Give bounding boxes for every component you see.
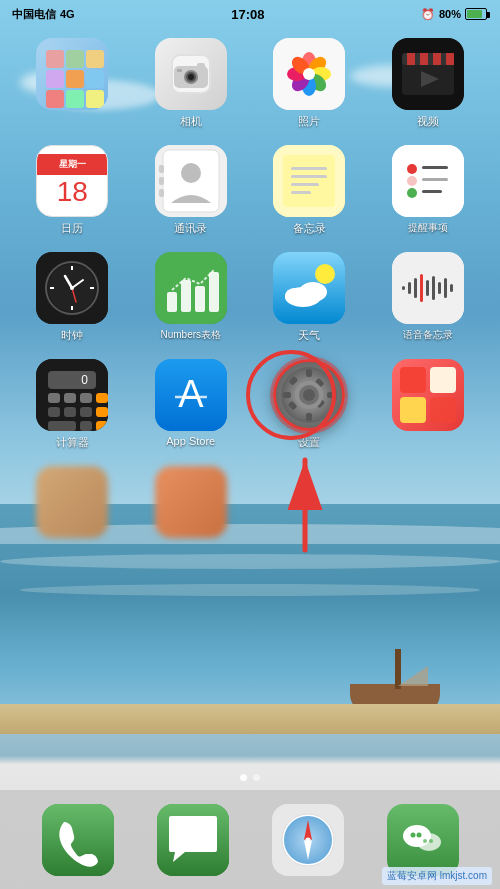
weather-icon [273,252,345,324]
svg-rect-68 [408,282,411,294]
svg-point-104 [303,389,315,401]
svg-rect-24 [446,53,454,65]
app-notes[interactable]: 备忘录 [255,145,364,236]
svg-text:0: 0 [82,373,89,387]
app-settings[interactable]: 设置 [255,359,364,450]
app-calculator-label: 计算器 [56,435,89,450]
svg-rect-35 [291,175,327,178]
numbers-icon [155,252,227,324]
app-reminders[interactable]: 提醒事项 [374,145,483,236]
svg-rect-23 [433,53,441,65]
svg-rect-95 [306,413,312,421]
dock-phone[interactable] [42,804,114,876]
app-weather-label: 天气 [298,328,320,343]
svg-rect-83 [48,407,60,417]
app-blur1[interactable] [18,466,127,542]
svg-rect-69 [414,278,417,298]
svg-rect-77 [48,371,96,389]
svg-point-55 [70,286,74,290]
app-contacts[interactable]: 通讯录 [137,145,246,236]
svg-rect-30 [159,189,164,197]
settings-icon [279,365,339,425]
svg-rect-40 [422,166,448,169]
svg-point-62 [315,264,335,284]
svg-rect-70 [420,274,423,302]
app-calendar-label: 日历 [61,221,83,236]
svg-rect-28 [159,165,164,173]
svg-rect-109 [430,397,456,423]
app-appstore[interactable]: A App Store [137,359,246,450]
app-numbers[interactable]: Numbers表格 [137,252,246,343]
svg-rect-42 [422,178,448,181]
svg-rect-33 [283,155,335,207]
watermark: 蓝莓安卓网 lmkjst.com [382,867,492,885]
app-folder[interactable] [18,38,127,129]
dock-safari[interactable] [272,804,344,876]
svg-rect-81 [80,393,92,403]
beach [0,704,500,734]
svg-point-125 [429,839,433,843]
app-camera-label: 相机 [180,114,202,129]
svg-rect-73 [438,282,441,294]
wechat-dock-icon [387,804,459,876]
app-photos[interactable]: 照片 [255,38,364,129]
svg-rect-97 [327,392,335,398]
page-dot-1 [240,774,247,781]
svg-rect-34 [291,167,327,170]
app-voicememo-label: 语音备忘录 [403,328,453,342]
svg-rect-36 [291,183,319,186]
svg-point-17 [303,68,315,80]
svg-rect-87 [48,421,76,431]
svg-rect-96 [283,392,291,398]
svg-rect-84 [64,407,76,417]
app-clock-label: 时钟 [61,328,83,343]
dock-wechat[interactable] [387,804,459,876]
alarm-icon: ⏰ [421,8,435,21]
app-video-label: 视频 [417,114,439,129]
svg-rect-22 [420,53,428,65]
svg-point-39 [407,164,417,174]
svg-rect-85 [80,407,92,417]
svg-point-5 [188,74,194,80]
calendar-day: 18 [57,175,88,208]
page-indicator [0,774,500,781]
battery-text: 80% [439,8,461,20]
messages-dock-icon [157,804,229,876]
app-camera[interactable]: 相机 [137,38,246,129]
svg-rect-82 [96,393,108,403]
svg-rect-7 [197,63,205,68]
status-left: 中国电信 4G [12,7,75,22]
svg-point-122 [410,832,415,837]
app-clock[interactable]: 时钟 [18,252,127,343]
safari-dock-icon [272,804,344,876]
app-numbers-label: Numbers表格 [160,328,221,342]
app-feedback[interactable] [374,359,483,450]
app-video[interactable]: 视频 [374,38,483,129]
app-calendar[interactable]: 星期一 18 日历 [18,145,127,236]
svg-point-118 [305,837,310,842]
svg-rect-6 [177,69,182,72]
photos-icon [273,38,345,110]
svg-rect-89 [96,421,108,431]
svg-point-31 [181,163,201,183]
page-dot-2 [253,774,260,781]
app-voicememo[interactable]: 语音备忘录 [374,252,483,343]
app-settings-label: 设置 [298,435,320,450]
reminders-icon [392,145,464,217]
svg-rect-60 [209,272,219,312]
svg-rect-106 [400,367,426,393]
carrier-text: 中国电信 [12,7,56,22]
app-grid: 相机 照片 [10,30,490,550]
appstore-icon: A [155,359,227,431]
svg-rect-86 [96,407,108,417]
dock-messages[interactable] [157,804,229,876]
svg-rect-21 [407,53,415,65]
time-display: 17:08 [231,7,264,22]
app-weather[interactable]: 天气 [255,252,364,343]
app-reminders-label: 提醒事项 [408,221,448,235]
svg-rect-75 [450,284,453,292]
watermark-url: lmkjst.com [440,870,487,881]
app-calculator[interactable]: 0 计算器 [18,359,127,450]
app-blur2[interactable] [137,466,246,542]
svg-rect-29 [159,177,164,185]
